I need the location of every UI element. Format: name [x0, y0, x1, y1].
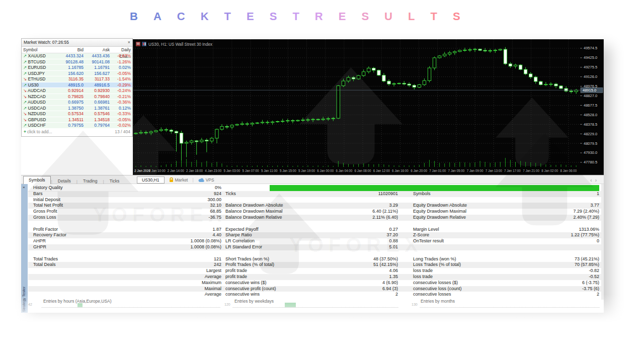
close-icon[interactable]: × [23, 185, 25, 190]
bid-cell: 90128.48 [59, 59, 85, 65]
svg-text:6 Jan 08:00: 6 Jan 08:00 [355, 169, 371, 172]
ask-cell: 48916.5 [85, 82, 111, 88]
title-letter: C [177, 10, 185, 23]
symbol-cell: ↘ NZDUSD [22, 111, 59, 117]
stat-value: 0.88 [310, 238, 398, 244]
market-watch-row[interactable]: ↗ EURUSD1.167851.167910.02% [22, 65, 132, 71]
trend-arrow-icon: ↗ [23, 123, 27, 128]
market-watch-row[interactable]: ↗ USDCAD1.387501.387610.12% [22, 106, 132, 112]
stat-value: Largest [149, 268, 221, 274]
market-status[interactable]: Market [169, 177, 188, 183]
svg-text:6 Jan 16:00: 6 Jan 16:00 [392, 169, 409, 172]
tester-report-row: Averageconsecutive wins2consecutive loss… [28, 292, 602, 298]
svg-text:48915.0: 48915.0 [583, 88, 596, 93]
market-watch-panel: Market Watch: 07:26:55 × SymbolBidAskDai… [21, 38, 133, 137]
trend-arrow-icon: ↗ [23, 71, 27, 76]
stat-value [511, 244, 599, 250]
vps-status[interactable]: VPS [198, 177, 214, 183]
svg-text:48528.0: 48528.0 [584, 113, 597, 117]
trend-arrow-icon: ↗ [23, 82, 27, 87]
stat-value: 1.87 [149, 227, 221, 233]
chart-tab-us30[interactable]: US30,H1 [137, 176, 165, 184]
stat-label [33, 280, 146, 286]
stat-value: 1.0008 (0.08%) [149, 238, 221, 244]
stat-label: Gross Loss [33, 215, 146, 221]
svg-text:48079.5: 48079.5 [584, 141, 597, 146]
market-watch-row[interactable]: ↗ US3048915.048916.5-0.29% [22, 82, 132, 88]
market-watch-row[interactable]: ↗ BTCUSD90128.4890141.08-1.26% [22, 59, 132, 65]
click-to-add[interactable]: +click to add... [24, 129, 52, 135]
column-header[interactable]: Bid [59, 47, 85, 53]
tester-tab-details[interactable]: Details [53, 177, 76, 185]
market-watch-footer: +click to add... 13 / 404 [22, 129, 132, 135]
stat-value: 1.35 [310, 274, 398, 280]
stat-value: 37.20 [310, 232, 398, 238]
stat-value: 2.11% (6.40) [310, 215, 398, 221]
trend-arrow-icon: ↗ [23, 53, 27, 58]
tester-tab-ticks[interactable]: Ticks [105, 177, 125, 185]
svg-text:7 Jan 21:00: 7 Jan 21:00 [523, 169, 539, 172]
stat-value: 0.27 [310, 227, 398, 233]
symbol-cell: ↗ AUDUSD [22, 100, 59, 105]
stat-value: 51 (42.15%) [310, 262, 398, 268]
symbol-cell: ↗ US30 [22, 82, 59, 88]
ask-cell: 0.79764 [85, 123, 111, 128]
tab-scroll-arrows[interactable]: ‹› [590, 177, 600, 183]
stat-value: 6.94 (3) [310, 286, 398, 292]
stat-value: 7.29 (2.40%) [511, 209, 599, 215]
price-chart-panel[interactable]: 49574.549425.049275.549126.048976.548827… [133, 39, 604, 175]
svg-text:4 Jan 23:00: 4 Jan 23:00 [205, 169, 221, 172]
tester-side-strip[interactable]: × Strategy Tester [21, 184, 28, 313]
svg-text:6 Jan 04:00: 6 Jan 04:00 [336, 169, 352, 172]
tester-report-row [28, 221, 602, 227]
market-watch-row[interactable]: ↘ NZDUSD0.575340.57546-0.33% [22, 111, 132, 117]
trading-app-window: Market Watch: 07:26:55 × SymbolBidAskDai… [21, 38, 604, 313]
tester-report-row: Gross Profit68.85Balance Drawdown Maxima… [28, 209, 602, 215]
market-watch-row[interactable]: ↘ GBPUSD1.345111.34518-0.05% [22, 117, 132, 123]
market-watch-row[interactable]: ↗ USDJPY156.620156.627-0.05% [22, 71, 132, 77]
symbol-cell: ↘ GBPUSD [22, 117, 59, 123]
title-letter: S [361, 10, 369, 23]
stat-value: 3.77 [511, 203, 599, 209]
ask-cell: 0.57546 [85, 111, 111, 117]
scrollbar[interactable] [601, 184, 604, 300]
stat-value: 48 (37.50%) [310, 256, 398, 262]
column-header[interactable]: Daily Cha... [111, 47, 132, 53]
svg-text:7 Jan 17:00: 7 Jan 17:00 [504, 169, 521, 172]
stat-value: -3.75 (6) [511, 286, 599, 292]
market-watch-row[interactable]: ↘ ETHUSD3116.353117.33-1.54% [22, 76, 132, 82]
trend-arrow-icon: ↘ [23, 94, 27, 99]
stat-value: 4.06 [310, 268, 398, 274]
symbol-cell: ↗ XAUUSD [22, 53, 59, 59]
tester-report-row: GHPR1.0008 (0.08%)LR Standard Error5.01 [28, 244, 602, 250]
title-letter: L [408, 10, 415, 23]
daily-change-cell: 0.12% [111, 106, 132, 111]
svg-text:5 Jan 15:00: 5 Jan 15:00 [280, 169, 296, 172]
trend-arrow-icon: ↘ [23, 111, 27, 116]
stat-label: AHPR [33, 238, 146, 244]
symbol-cell: ↗ USDCHF [22, 123, 59, 128]
tester-report-row: Largestprofit trade4.06loss trade-0.82 [28, 268, 602, 274]
stat-value: 1.0008 (0.08%) [149, 244, 221, 250]
stat-label: Total Deals [33, 262, 146, 268]
market-watch-row[interactable]: ↘ AUDCAD0.929140.92930-0.24% [22, 88, 132, 94]
histogram-axis-value: 130 [412, 303, 418, 306]
stat-value: -0.82 [511, 268, 599, 274]
bid-cell: 1.16785 [59, 65, 85, 70]
close-icon[interactable]: × [128, 39, 130, 46]
market-watch-row[interactable]: ↗ AUDUSD0.669750.66981-0.36% [22, 100, 132, 106]
tester-tab-symbols[interactable]: Symbols [23, 176, 51, 185]
market-watch-row[interactable]: ↗ XAUUSD4433.3244433.436-0.67% [22, 53, 132, 59]
svg-text:49275.5: 49275.5 [584, 65, 597, 69]
svg-text:49425.0: 49425.0 [584, 55, 597, 60]
ask-cell: 0.92930 [85, 88, 111, 94]
bid-cell: 156.620 [59, 71, 85, 76]
histogram-axis-value: 120 [224, 303, 230, 306]
column-header[interactable]: Ask [85, 47, 111, 53]
market-watch-row[interactable]: ↗ USDCHF0.797550.79764-0.02% [22, 123, 132, 129]
svg-text:5 Jan 19:00: 5 Jan 19:00 [298, 169, 315, 172]
market-watch-row[interactable]: ↘ NZDCAD0.798250.79840-0.21% [22, 94, 132, 100]
tester-tab-trading[interactable]: Trading [78, 177, 103, 185]
tester-report-row: Gross Loss-36.75Balance Drawdown Relativ… [28, 215, 602, 221]
column-header[interactable]: Symbol [22, 47, 59, 53]
